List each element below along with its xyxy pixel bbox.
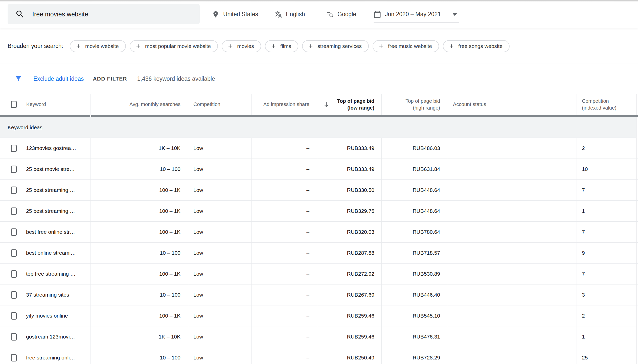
competition-cell: Low bbox=[188, 284, 252, 305]
chip-label: movie website bbox=[85, 43, 119, 49]
competition-cell: Low bbox=[188, 201, 252, 221]
row-checkbox[interactable] bbox=[11, 166, 17, 173]
table-row: 25 best movie stre…10 – 100Low–RUB333.49… bbox=[0, 159, 638, 180]
header-bid-high-line2: (high range) bbox=[413, 105, 440, 111]
select-all-checkbox[interactable] bbox=[11, 101, 17, 108]
table-edge bbox=[636, 94, 638, 115]
table-edge bbox=[636, 305, 638, 326]
row-checkbox[interactable] bbox=[11, 145, 17, 152]
broaden-chip[interactable]: most popular movie website bbox=[130, 40, 218, 52]
network-selector[interactable]: Google bbox=[326, 0, 356, 29]
top-shadow bbox=[0, 0, 638, 2]
table-edge bbox=[636, 180, 638, 200]
location-selector[interactable]: United States bbox=[212, 0, 258, 29]
bid-low-cell: RUB329.75 bbox=[317, 201, 382, 221]
ad-impression-share-cell: – bbox=[252, 159, 317, 179]
account-status-cell bbox=[448, 284, 577, 305]
plus-icon bbox=[378, 43, 384, 49]
broaden-chip[interactable]: free songs website bbox=[443, 40, 510, 52]
keyword-cell: 37 streaming sites bbox=[0, 284, 90, 305]
chip-label: most popular movie website bbox=[145, 43, 211, 49]
broaden-chip[interactable]: streaming services bbox=[302, 40, 369, 52]
add-filter-button[interactable]: ADD FILTER bbox=[93, 76, 127, 82]
keyword-text: top free streaming … bbox=[26, 271, 76, 277]
column-header-keyword[interactable]: Keyword bbox=[0, 94, 90, 115]
row-checkbox[interactable] bbox=[11, 270, 17, 278]
account-status-cell bbox=[448, 201, 577, 221]
broaden-chip[interactable]: movie website bbox=[70, 40, 126, 52]
account-status-cell bbox=[448, 159, 577, 179]
column-header-competition-indexed[interactable]: Competition (indexed value) bbox=[577, 94, 636, 115]
avg-monthly-searches-cell: 10 – 100 bbox=[90, 347, 188, 364]
keyword-cell: free streaming onli… bbox=[0, 347, 90, 364]
header-competition-label: Competition bbox=[193, 101, 220, 107]
filter-bar: Exclude adult ideas ADD FILTER 1,436 key… bbox=[0, 64, 638, 94]
horizontal-scrollbar[interactable] bbox=[0, 115, 638, 117]
bid-low-cell: RUB320.03 bbox=[317, 222, 382, 242]
scrollbar-thumb-right[interactable] bbox=[91, 115, 638, 117]
competition-cell: Low bbox=[188, 243, 252, 263]
bid-high-cell: RUB718.57 bbox=[382, 243, 448, 263]
avg-monthly-searches-cell: 1K – 10K bbox=[90, 138, 188, 159]
broaden-chip[interactable]: movies bbox=[222, 40, 261, 52]
scrollbar-thumb-left[interactable] bbox=[0, 115, 90, 117]
column-header-competition[interactable]: Competition bbox=[188, 94, 252, 115]
chevron-down-icon bbox=[452, 13, 457, 16]
row-checkbox[interactable] bbox=[11, 291, 17, 299]
bid-low-cell: RUB259.46 bbox=[317, 326, 382, 347]
row-checkbox[interactable] bbox=[11, 333, 17, 341]
column-header-avg-monthly-searches[interactable]: Avg. monthly searches bbox=[90, 94, 188, 115]
account-status-cell bbox=[448, 305, 577, 326]
plus-icon bbox=[308, 43, 314, 49]
keyword-cell: best free online str… bbox=[0, 222, 90, 242]
avg-monthly-searches-cell: 10 – 100 bbox=[90, 243, 188, 263]
row-checkbox[interactable] bbox=[11, 187, 17, 194]
search-input[interactable] bbox=[32, 11, 174, 18]
row-checkbox[interactable] bbox=[11, 312, 17, 320]
keyword-cell: gostream 123movi… bbox=[0, 326, 90, 347]
account-status-cell bbox=[448, 138, 577, 159]
header-bid-low-line1: Top of page bid bbox=[337, 98, 374, 105]
date-range-selector[interactable]: Jun 2020 – May 2021 bbox=[374, 6, 459, 23]
account-status-cell bbox=[448, 264, 577, 284]
broaden-chips: movie websitemost popular movie websitem… bbox=[70, 40, 513, 52]
table-row: 25 best streaming …100 – 1KLow–RUB330.50… bbox=[0, 180, 638, 201]
table-edge bbox=[636, 326, 638, 347]
column-header-top-of-page-bid-high[interactable]: Top of page bid (high range) bbox=[382, 94, 448, 115]
column-header-ad-impression-share[interactable]: Ad impression share bbox=[252, 94, 317, 115]
table-edge bbox=[636, 159, 638, 179]
bid-low-cell: RUB250.49 bbox=[317, 347, 382, 364]
ad-impression-share-cell: – bbox=[252, 138, 317, 159]
header-ad-impression-label: Ad impression share bbox=[263, 101, 309, 107]
column-header-top-of-page-bid-low[interactable]: Top of page bid (low range) bbox=[317, 94, 382, 115]
row-checkbox[interactable] bbox=[11, 228, 17, 236]
header-indexed-line2: (indexed value) bbox=[582, 105, 617, 111]
keyword-cell: top free streaming … bbox=[0, 264, 90, 284]
exclude-adult-ideas-link[interactable]: Exclude adult ideas bbox=[33, 75, 84, 82]
search-box[interactable] bbox=[8, 4, 200, 24]
bid-high-cell: RUB448.64 bbox=[382, 180, 448, 200]
table-row: gostream 123movi…1K – 10KLow–RUB259.46RU… bbox=[0, 326, 638, 347]
broaden-chip[interactable]: films bbox=[265, 40, 298, 52]
ad-impression-share-cell: – bbox=[252, 347, 317, 364]
row-checkbox[interactable] bbox=[11, 207, 17, 215]
search-icon bbox=[15, 9, 25, 19]
keyword-text: gostream 123movi… bbox=[26, 334, 75, 340]
header-bid-low-line2: (low range) bbox=[347, 105, 374, 111]
keyword-cell: 25 best movie stre… bbox=[0, 159, 90, 179]
competition-indexed-cell: 2 bbox=[577, 305, 636, 326]
broaden-chip[interactable]: free music website bbox=[373, 40, 439, 52]
row-checkbox[interactable] bbox=[11, 354, 17, 361]
filter-funnel-icon bbox=[15, 75, 22, 83]
column-header-account-status[interactable]: Account status bbox=[448, 94, 577, 115]
ad-impression-share-cell: – bbox=[252, 201, 317, 221]
account-status-cell bbox=[448, 347, 577, 364]
language-selector[interactable]: English bbox=[275, 0, 305, 29]
location-label: United States bbox=[223, 11, 258, 18]
network-label: Google bbox=[337, 11, 356, 18]
keyword-text: free streaming onli… bbox=[26, 355, 75, 361]
avg-monthly-searches-cell: 10 – 100 bbox=[90, 284, 188, 305]
row-checkbox[interactable] bbox=[11, 249, 17, 257]
competition-indexed-cell: 1 bbox=[577, 326, 636, 347]
avg-monthly-searches-cell: 100 – 1K bbox=[90, 305, 188, 326]
